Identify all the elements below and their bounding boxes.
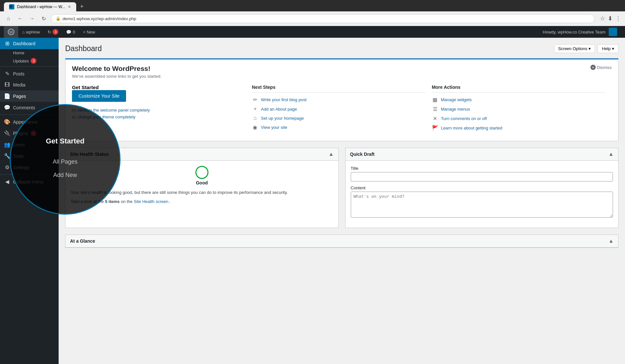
action-manage-widgets[interactable]: ▦ Manage widgets xyxy=(432,97,605,103)
popup-all-pages-link[interactable]: All Pages xyxy=(59,155,120,169)
get-started-heading: Get Started xyxy=(72,85,245,90)
learn-more-label: Learn more about getting started xyxy=(441,126,503,130)
tab-close-button[interactable]: ✕ xyxy=(68,5,71,9)
active-tab[interactable]: ⚙ Dashboard ‹ wpHow — W... ✕ xyxy=(4,2,76,11)
learn-more-icon: 🚩 xyxy=(432,125,438,131)
nav-home-button[interactable]: ⌂ xyxy=(4,14,13,23)
action-learn-more[interactable]: 🚩 Learn more about getting started xyxy=(432,125,605,131)
sidebar-item-pages[interactable]: 📄 Pages xyxy=(0,90,59,102)
help-button[interactable]: Help ▾ xyxy=(598,44,618,53)
welcome-panel: Welcome to WordPress! We've assembled so… xyxy=(65,58,618,141)
settings-icon: ⚙ xyxy=(4,164,10,170)
screen-options-label: Screen Options xyxy=(558,46,588,51)
action-view-site[interactable]: ◉ View your site xyxy=(252,124,425,130)
wp-layout: ⊞ Dashboard Home Updates 3 ✎ Posts 🎞 Med… xyxy=(0,38,625,364)
nav-forward-button[interactable]: → xyxy=(27,14,36,23)
action-manage-menus[interactable]: ☰ Manage menus xyxy=(432,106,605,112)
health-status-circle xyxy=(195,166,208,179)
popup-title: Get Started xyxy=(59,137,84,145)
user-avatar xyxy=(609,28,617,36)
site-name-label: wpHow xyxy=(26,30,40,34)
url-bar[interactable]: 🔒 demo1.wphow.xyz/wp-admin/index.php xyxy=(51,14,595,23)
quick-draft-title: Quick Draft xyxy=(350,152,375,157)
sidebar-item-dashboard[interactable]: ⊞ Dashboard xyxy=(0,38,59,49)
new-content-button[interactable]: + New xyxy=(79,26,99,38)
tab-title: Dashboard ‹ wpHow — W... xyxy=(17,5,65,9)
tab-favicon: ⚙ xyxy=(9,4,14,9)
comments-sidebar-icon: 💬 xyxy=(4,104,10,111)
collapse-icon: ◀ xyxy=(4,179,10,185)
nav-back-button[interactable]: ← xyxy=(16,14,25,23)
widgets-icon: ▦ xyxy=(432,97,438,103)
wp-logo-button[interactable]: W xyxy=(4,26,18,38)
updates-button[interactable]: ↻ 3 xyxy=(44,26,62,38)
new-content-label: + New xyxy=(83,30,95,34)
dismiss-button[interactable]: ✕ Dismiss xyxy=(590,65,612,70)
nav-refresh-button[interactable]: ↻ xyxy=(39,14,48,23)
action-toggle-comments[interactable]: ✕ Turn comments on or off xyxy=(432,115,605,122)
health-screen-link-label: Site Health screen xyxy=(134,199,168,204)
tools-icon: 🔧 xyxy=(4,153,10,159)
toggle-comments-label: Turn comments on or off xyxy=(441,116,487,121)
site-name-button[interactable]: ⌂ wpHow xyxy=(18,26,44,38)
manage-widgets-label: Manage widgets xyxy=(441,97,472,102)
menus-icon: ☰ xyxy=(432,106,438,112)
sidebar-comments-label: Comments xyxy=(13,105,35,110)
media-icon: 🎞 xyxy=(4,82,10,88)
download-icon[interactable]: ⬇ xyxy=(608,15,613,22)
sidebar-item-home[interactable]: Home xyxy=(0,49,59,57)
write-post-icon: ✏ xyxy=(252,97,258,103)
bookmark-icon[interactable]: ☆ xyxy=(600,15,605,22)
welcome-content: Get Started Customize Your Site or, remo… xyxy=(65,81,618,141)
content-textarea[interactable] xyxy=(351,192,613,218)
comments-count: 0 xyxy=(73,30,75,34)
sidebar-posts-label: Posts xyxy=(13,71,24,76)
wp-main-content: Dashboard Screen Options ▾ Help ▾ Welcom… xyxy=(59,38,625,364)
manage-menus-label: Manage menus xyxy=(441,107,470,112)
new-tab-button[interactable]: + xyxy=(78,2,86,11)
quick-draft-toggle-button[interactable]: ▲ xyxy=(608,151,614,157)
updates-icon: ↻ xyxy=(48,30,51,34)
title-input[interactable] xyxy=(351,172,613,182)
sidebar-dashboard-label: Dashboard xyxy=(13,41,36,46)
widgets-row: Site Health Status ▲ Good Your site's he… xyxy=(65,148,618,228)
sidebar-media-label: Media xyxy=(13,82,25,88)
health-screen-link[interactable]: Site Health screen xyxy=(134,199,170,204)
welcome-header: Welcome to WordPress! We've assembled so… xyxy=(65,60,618,81)
add-page-label: Add an About page xyxy=(261,107,297,112)
url-text: demo1.wphow.xyz/wp-admin/index.php xyxy=(63,16,136,21)
wp-admin-bar: W ⌂ wpHow ↻ 3 💬 0 + New Howdy, wpHow.co … xyxy=(0,26,625,38)
home-icon: ⌂ xyxy=(22,30,25,34)
screen-options-chevron: ▾ xyxy=(589,46,591,51)
next-steps-heading: Next Steps xyxy=(252,85,425,93)
sidebar-item-updates[interactable]: Updates 3 xyxy=(0,57,59,65)
health-cta-post: . xyxy=(170,199,171,204)
more-actions-section: More Actions ▦ Manage widgets ☰ Manage m… xyxy=(432,81,612,134)
toggle-comments-icon: ✕ xyxy=(432,115,438,122)
view-site-label: View your site xyxy=(261,125,287,130)
site-health-toggle-button[interactable]: ▲ xyxy=(329,151,334,157)
browser-menu-icon[interactable]: ⋮ xyxy=(615,15,621,22)
screen-options-button[interactable]: Screen Options ▾ xyxy=(554,44,595,53)
ssl-lock-icon: 🔒 xyxy=(56,16,61,21)
help-chevron: ▾ xyxy=(612,46,614,51)
comments-button[interactable]: 💬 0 xyxy=(62,26,79,38)
sidebar-item-posts[interactable]: ✎ Posts xyxy=(0,68,59,79)
content-label: Content xyxy=(351,185,613,190)
at-a-glance-toggle-button[interactable]: ▲ xyxy=(608,238,614,244)
homepage-label: Set up your homepage xyxy=(261,116,304,121)
dismiss-label: Dismiss xyxy=(597,65,612,70)
page-title: Dashboard xyxy=(65,44,102,53)
customize-site-button[interactable]: Customize Your Site xyxy=(72,90,126,102)
user-menu-button[interactable]: Howdy, wpHow.co Creative Team xyxy=(539,26,621,38)
action-write-blog-post[interactable]: ✏ Write your first blog post xyxy=(252,97,425,103)
action-add-about-page[interactable]: + Add an About page xyxy=(252,106,425,112)
action-setup-homepage[interactable]: ⌂ Set up your homepage xyxy=(252,115,425,121)
help-label: Help xyxy=(602,46,611,51)
quick-draft-widget: Quick Draft ▲ Title Content xyxy=(345,148,619,228)
homepage-icon: ⌂ xyxy=(252,115,258,121)
page-header: Dashboard Screen Options ▾ Help ▾ xyxy=(65,44,618,53)
sidebar-item-media[interactable]: 🎞 Media xyxy=(0,79,59,90)
popup-add-new-link[interactable]: Add New xyxy=(59,169,120,182)
health-items-count: 5 items xyxy=(105,199,120,204)
